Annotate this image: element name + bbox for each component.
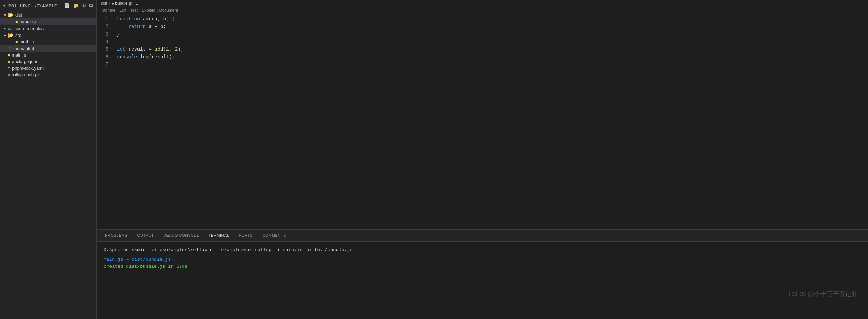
folder-open-icon: 📂: [8, 32, 13, 38]
code-editor[interactable]: 1 2 3 4 5 6 7 function add(a, b) { retu: [97, 13, 868, 229]
chevron-down-icon: ▾: [2, 13, 8, 17]
breadcrumb: dist › ■ bundle.js › ...: [97, 0, 868, 7]
panel-tabs: PROBLEMS OUTPUT DEBUG CONSOLE TERMINAL P…: [97, 230, 868, 242]
code-line-1: function add(a, b) {: [117, 15, 868, 23]
tabnine-explain[interactable]: Explain: [142, 8, 155, 13]
node-folder-icon: 🗂: [8, 26, 12, 31]
tabnine-edit[interactable]: Edit: [119, 8, 126, 13]
sidebar-title-text: ROLLUP-CLI-EXAMPLE: [8, 4, 57, 8]
token-console: console: [117, 53, 137, 61]
sidebar-item-pnpm-lock[interactable]: Y pnpm-lock.yaml: [0, 65, 96, 71]
tab-ports[interactable]: PORTS: [234, 230, 257, 241]
sidebar-item-main-js-label: main.js: [12, 52, 26, 58]
sidebar-item-math-js-label: math.js: [19, 39, 34, 44]
chevron-right-icon: ▸: [2, 27, 8, 30]
tab-debug-console-label: DEBUG CONSOLE: [163, 233, 199, 237]
sep-3: |: [139, 8, 140, 13]
token-comma: ,: [158, 15, 163, 23]
token-call-close: );: [178, 46, 183, 53]
chevron-down-icon: ▾: [2, 33, 8, 37]
html-file-icon: 🛡: [8, 46, 12, 51]
tab-terminal[interactable]: TERMINAL: [204, 230, 234, 241]
tab-terminal-label: TERMINAL: [209, 233, 229, 237]
tabnine-document[interactable]: Document: [159, 8, 178, 13]
sidebar-item-main-js[interactable]: ■ main.js: [0, 52, 96, 58]
sidebar-item-index-html-label: index.html: [13, 46, 34, 51]
code-line-3: }: [117, 30, 868, 38]
time-text: in 27ms: [165, 264, 188, 269]
new-file-icon[interactable]: 📄: [64, 3, 70, 9]
refresh-icon[interactable]: ↻: [82, 3, 86, 9]
sidebar-item-src[interactable]: ▾ 📂 src: [0, 32, 96, 39]
token-return-expr: a + b;: [146, 23, 166, 30]
chevron-down-icon: [3, 4, 6, 8]
sidebar-item-package-json[interactable]: ■ package.json: [0, 58, 96, 65]
breadcrumb-bundle-js[interactable]: bundle.js: [115, 1, 132, 6]
sidebar-item-dist[interactable]: ▾ 📂 dist: [0, 11, 96, 18]
token-fn-name: add: [143, 15, 152, 23]
code-line-2: return a + b;: [117, 23, 868, 30]
created-text: created: [104, 264, 126, 269]
code-line-6: console.log(result);: [117, 53, 868, 61]
terminal-panel: PROBLEMS OUTPUT DEBUG CONSOLE TERMINAL P…: [97, 229, 868, 319]
sidebar-actions: 📄 📁 ↻ ⧉: [64, 3, 93, 9]
token-function-kw: function: [117, 15, 143, 23]
token-assign: result =: [125, 46, 154, 53]
line-num-4: 4: [102, 38, 108, 46]
tab-output[interactable]: OUTPUT: [132, 230, 159, 241]
collapse-icon[interactable]: ⧉: [89, 3, 93, 9]
sidebar-item-math-js[interactable]: ■ math.js: [0, 39, 96, 45]
sidebar-item-index-html[interactable]: 🛡 index.html: [0, 45, 96, 52]
breadcrumb-sep-2: ›: [133, 1, 134, 6]
sep-2: |: [128, 8, 129, 13]
token-num-2: 2: [175, 46, 178, 53]
sidebar-item-rollup-config[interactable]: ■ rollup.config.js: [0, 71, 96, 78]
yaml-file-icon: Y: [8, 66, 10, 71]
tab-problems[interactable]: PROBLEMS: [100, 230, 132, 241]
token-call-comma: ,: [169, 46, 175, 53]
sidebar-header: ROLLUP-CLI-EXAMPLE 📄 📁 ↻ ⧉: [0, 0, 96, 11]
editor-area: dist › ■ bundle.js › ... Tabnine | Edit …: [97, 0, 868, 229]
token-add-call: add: [154, 46, 163, 53]
tab-debug-console[interactable]: DEBUG CONSOLE: [159, 230, 203, 241]
code-line-4: [117, 38, 868, 46]
terminal-content: D:\projects\mini-vite\examples\rollup-cl…: [97, 242, 868, 319]
terminal-line-1: main.js → dist/bundle.js...: [104, 256, 861, 263]
token-param-b: b: [163, 15, 166, 23]
token-paren-body: ) {: [166, 15, 175, 23]
line-num-1: 1: [102, 15, 108, 23]
sidebar-item-node-modules-label: node_modules: [14, 26, 44, 31]
token-call-open: (: [163, 46, 166, 53]
new-folder-icon[interactable]: 📁: [73, 3, 79, 9]
json-file-icon: ■: [8, 59, 10, 64]
sep-4: |: [156, 8, 158, 13]
sidebar-item-package-json-label: package.json: [12, 59, 38, 64]
sidebar-title: ROLLUP-CLI-EXAMPLE: [3, 4, 57, 8]
line-num-7: 7: [102, 61, 108, 68]
token-let-kw: let: [117, 46, 125, 53]
js-file-icon: ■: [8, 53, 10, 58]
breadcrumb-sep-1: ›: [109, 1, 110, 6]
tabnine-test[interactable]: Test: [130, 8, 138, 13]
sep-1: |: [117, 8, 118, 13]
sidebar-item-node-modules[interactable]: ▸ 🗂 node_modules: [0, 25, 96, 32]
token-close-brace: }: [117, 30, 120, 38]
breadcrumb-dist[interactable]: dist: [101, 1, 107, 6]
token-param-a: a: [154, 15, 157, 23]
tab-comments-label: COMMENTS: [263, 233, 286, 237]
sidebar-item-pnpm-lock-label: pnpm-lock.yaml: [12, 66, 44, 71]
terminal-prompt: D:\projects\mini-vite\examples\rollup-cl…: [104, 247, 861, 253]
sidebar-item-bundle-js[interactable]: ■ bundle.js: [0, 18, 96, 25]
folder-open-icon: 📂: [8, 12, 13, 18]
sidebar-item-bundle-js-label: bundle.js: [19, 19, 37, 24]
token-return-kw: return: [128, 23, 146, 30]
breadcrumb-more[interactable]: ...: [136, 1, 139, 6]
tabnine-label[interactable]: Tabnine: [101, 8, 115, 13]
tab-output-label: OUTPUT: [137, 233, 154, 237]
breadcrumb-file-icon: ■: [112, 1, 114, 6]
token-dot: .: [137, 53, 140, 61]
code-line-7: [117, 61, 868, 66]
tab-ports-label: PORTS: [239, 233, 252, 237]
tab-comments[interactable]: COMMENTS: [258, 230, 291, 241]
token-cursor: [117, 61, 117, 66]
